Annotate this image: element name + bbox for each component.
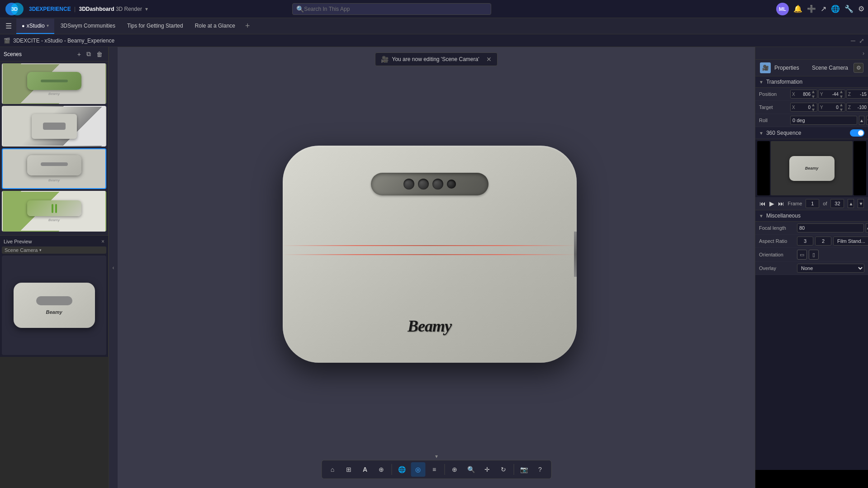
toolbar-add-button[interactable]: ⊕ xyxy=(374,462,389,477)
position-fields: X 806 ▲▼ Y ▲▼ Z ▲▼ xyxy=(790,90,868,99)
target-x-input[interactable] xyxy=(797,105,811,110)
settings-icon[interactable]: ⚙ xyxy=(858,5,864,13)
scene-item-4[interactable]: Beamy xyxy=(2,191,106,232)
roll-spin-down[interactable]: ▼ xyxy=(866,116,868,125)
target-y-spin[interactable]: ▲▼ xyxy=(839,102,844,112)
transformation-section-header[interactable]: ▼ Transformation xyxy=(755,76,868,88)
delete-scene-button[interactable]: 🗑 xyxy=(95,50,104,59)
target-x-spin[interactable]: ▲▼ xyxy=(811,102,816,112)
position-z-input[interactable] xyxy=(853,92,867,97)
add-icon[interactable]: ➕ xyxy=(807,5,816,13)
tab-role[interactable]: Role at a Glance xyxy=(190,19,241,34)
seq360-section-header[interactable]: ▼ 360 Sequence xyxy=(755,127,868,139)
maximize-button[interactable]: ⤢ xyxy=(859,37,864,44)
overlay-select[interactable]: None Grid xyxy=(797,264,864,273)
toolbar-move-button[interactable]: ✛ xyxy=(480,462,494,477)
search-bar[interactable]: 🔍 xyxy=(292,3,491,15)
properties-gear-button[interactable]: ⚙ xyxy=(854,63,863,73)
aspect-ratio-preset-select[interactable]: Film Stand... Custom xyxy=(833,237,868,246)
editing-banner-close[interactable]: ✕ xyxy=(486,56,492,63)
scene-item-1[interactable]: Beamy xyxy=(2,63,106,104)
target-z-field[interactable]: Z ▲▼ xyxy=(846,103,868,112)
aspect-ratio-val1-input[interactable] xyxy=(797,237,813,246)
toolbar-list-button[interactable]: ≡ xyxy=(427,462,441,477)
aspect-ratio-row: Aspect Ratio Film Stand... Custom xyxy=(755,235,868,248)
roll-input[interactable]: 0 deg xyxy=(790,116,857,125)
seq360-toggle[interactable] xyxy=(850,129,864,137)
toolbar-text-button[interactable]: A xyxy=(358,462,372,477)
toolbar-home-button[interactable]: ⌂ xyxy=(325,462,340,477)
roll-spin-up[interactable]: ▲ xyxy=(859,116,864,125)
camera-select[interactable]: Scene Camera ▾ xyxy=(2,246,106,254)
focal-length-input[interactable] xyxy=(797,223,864,232)
hamburger-icon[interactable]: ☰ xyxy=(2,20,15,32)
toolbar-zoom-out-button[interactable]: 🔍 xyxy=(464,462,478,477)
dropdown-arrow-icon[interactable]: ▾ xyxy=(145,6,148,12)
frame-total-input[interactable] xyxy=(830,199,844,208)
frame-of-label: of xyxy=(823,201,827,206)
toolbar-globe-button[interactable]: 🌐 xyxy=(394,462,409,477)
live-preview-title: Live Preview xyxy=(4,239,32,244)
position-x-input[interactable]: 806 xyxy=(797,92,811,97)
tz-label: Z xyxy=(848,105,853,110)
duplicate-scene-button[interactable]: ⧉ xyxy=(85,49,93,59)
minimize-button[interactable]: ─ xyxy=(851,37,855,44)
avatar[interactable]: ML xyxy=(776,3,789,15)
sidebar-collapse-toggle[interactable]: ‹ xyxy=(109,47,118,488)
tab-tips[interactable]: Tips for Getting Started xyxy=(122,19,189,34)
frame-spin-up[interactable]: ▲ xyxy=(848,199,854,208)
target-x-field[interactable]: X ▲▼ xyxy=(790,103,817,112)
toolbar-zoom-button[interactable]: ⊕ xyxy=(447,462,462,477)
scene-item-2[interactable] xyxy=(2,106,106,147)
frame-spin-down[interactable]: ▼ xyxy=(858,199,864,208)
product-display: Beamy xyxy=(283,146,590,390)
position-y-field[interactable]: Y ▲▼ xyxy=(818,90,845,99)
frame-current-input[interactable] xyxy=(806,199,819,208)
share-icon[interactable]: ↗ xyxy=(821,5,826,13)
roll-label: Roll xyxy=(759,118,788,123)
toolbar-rotate-button[interactable]: ↻ xyxy=(496,462,511,477)
add-tab-button[interactable]: + xyxy=(242,21,254,31)
misc-section-header[interactable]: ▼ Miscellaneous xyxy=(755,210,868,222)
orientation-landscape-button[interactable]: ▭ xyxy=(797,250,807,260)
aspect-ratio-val2-input[interactable] xyxy=(815,237,831,246)
toolbar-grid-button[interactable]: ⊞ xyxy=(342,462,356,477)
position-z-field[interactable]: Z ▲▼ xyxy=(846,90,868,99)
product-stripe-1 xyxy=(283,245,577,246)
product-dot-1 xyxy=(403,179,414,190)
roll-row: Roll 0 deg ▲ ▼ xyxy=(755,114,868,127)
add-scene-button[interactable]: + xyxy=(76,50,83,59)
notification-icon[interactable]: 🔔 xyxy=(793,5,802,13)
position-y-input[interactable] xyxy=(825,92,839,97)
position-label: Position xyxy=(759,91,788,97)
panel-collapse-icon[interactable]: › xyxy=(863,50,864,57)
position-x-spin[interactable]: ▲▼ xyxy=(811,89,816,99)
collapse-icon: ‹ xyxy=(113,265,114,271)
live-preview-close-button[interactable]: × xyxy=(101,238,104,245)
seq-play-button[interactable]: ▶ xyxy=(769,200,774,207)
target-z-input[interactable] xyxy=(853,105,867,110)
position-x-field[interactable]: X 806 ▲▼ xyxy=(790,90,817,99)
focal-spin-up[interactable]: ▲ xyxy=(866,223,868,232)
misc-arrow-icon: ▼ xyxy=(759,213,764,218)
tab-xstudio-label: xStudio xyxy=(27,23,45,29)
position-y-spin[interactable]: ▲▼ xyxy=(839,89,844,99)
scenes-header: Scenes + ⧉ 🗑 xyxy=(0,47,108,62)
toolbar-select-button[interactable]: ◎ xyxy=(411,462,425,477)
tab-xstudio[interactable]: ● xStudio ▾ xyxy=(16,19,54,34)
seq-end-button[interactable]: ⏭ xyxy=(778,200,784,207)
window-app-icon: 🎬 xyxy=(4,38,10,44)
focal-length-row: Focal length ▲ ▼ xyxy=(755,222,868,235)
target-y-field[interactable]: Y ▲▼ xyxy=(818,103,845,112)
tools-icon[interactable]: 🔧 xyxy=(844,5,854,13)
tab-3dswym[interactable]: 3DSwym Communities xyxy=(55,19,121,34)
scene-item-3[interactable]: Beamy xyxy=(2,148,106,189)
orientation-portrait-button[interactable]: ▯ xyxy=(809,250,819,260)
seq-start-button[interactable]: ⏮ xyxy=(759,200,766,207)
network-icon[interactable]: 🌐 xyxy=(831,5,840,13)
toolbar-help-button[interactable]: ? xyxy=(533,462,547,477)
target-y-input[interactable] xyxy=(825,105,839,110)
toolbar-camera-button[interactable]: 📷 xyxy=(517,462,531,477)
bottom-toolbar: ▾ ⌂ ⊞ A ⊕ 🌐 ◎ ≡ ⊕ 🔍 ✛ ↻ 📷 ? xyxy=(321,460,551,479)
search-input[interactable] xyxy=(304,6,487,12)
